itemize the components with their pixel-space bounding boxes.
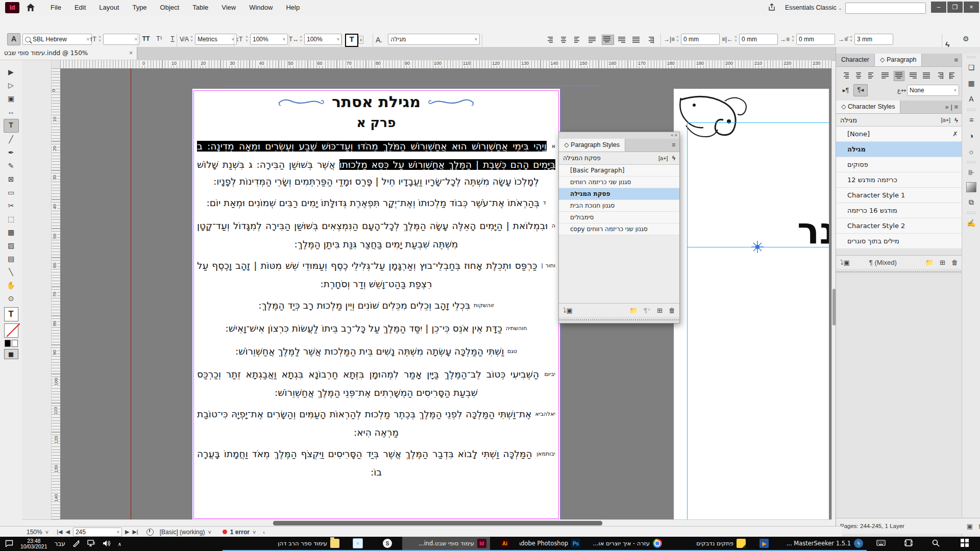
layers-panel-icon[interactable]: ⧉ xyxy=(965,195,978,209)
page-number-field[interactable]: 245˅ xyxy=(73,528,122,537)
align-button-1[interactable] xyxy=(854,71,863,81)
document-tab[interactable]: עימוד סופי שבט.indd @ 150% × xyxy=(0,47,137,60)
font-size-select[interactable]: ˅ xyxy=(103,34,140,45)
vertical-scale-select[interactable]: 100%˅ xyxy=(250,34,288,45)
scissors-tool[interactable]: ✂ xyxy=(4,199,18,212)
taskbar-s-app-button[interactable]: S xyxy=(373,537,402,551)
superscript-button[interactable]: T¹ xyxy=(153,33,165,44)
delete-style-icon[interactable]: 🗑 xyxy=(669,307,675,314)
vertical-ruler[interactable]: 0102030405060708090100110120130140 xyxy=(51,68,61,519)
first-page-button[interactable]: |◀ xyxy=(57,529,62,535)
delete-page-icon[interactable]: 🗑 xyxy=(978,522,980,530)
clear-overrides-icon[interactable]: ¶⁺ xyxy=(644,307,651,314)
align-button-0[interactable] xyxy=(841,71,850,81)
last-page-button[interactable]: ▶| xyxy=(132,529,138,535)
delete-style-icon[interactable]: 🗑 xyxy=(951,259,958,266)
network-icon[interactable] xyxy=(87,540,95,548)
align-button-7[interactable] xyxy=(646,36,657,45)
align-button-2[interactable] xyxy=(867,71,876,81)
last-line-indent-stepper[interactable]: ˄˅ xyxy=(848,34,854,45)
composer-style-select[interactable]: None˅ xyxy=(907,85,959,96)
align-button-6[interactable] xyxy=(922,71,931,81)
taskbar-touch-keyboard-button[interactable] xyxy=(867,537,895,551)
pen-tool[interactable]: ✒ xyxy=(4,146,18,159)
page-tool[interactable]: ▣ xyxy=(4,92,18,105)
apply-none-swatch[interactable] xyxy=(12,340,18,347)
character-styles-tab[interactable]: ◇ Character Styles xyxy=(836,101,900,113)
free-transform-tool[interactable]: ⬚ xyxy=(4,213,18,226)
menu-table[interactable]: Table xyxy=(186,0,215,15)
align-button-7[interactable] xyxy=(935,71,944,81)
home-icon[interactable] xyxy=(26,3,36,14)
zoom-tool[interactable]: ⊙ xyxy=(4,292,18,305)
align-panel-icon[interactable]: ⊪ xyxy=(965,166,978,179)
menu-view[interactable]: View xyxy=(215,0,242,15)
keyboard-language[interactable]: עבר xyxy=(55,540,65,547)
taskbar-photoshop-button[interactable]: Ps... Adobe Photoshop xyxy=(520,537,584,551)
align-button-4[interactable] xyxy=(894,71,904,81)
close-button[interactable]: × xyxy=(964,2,979,13)
character-style-select[interactable]: מגילה˅ xyxy=(388,34,480,45)
clock[interactable]: 23:48 10/03/2021 xyxy=(20,538,47,549)
gap-tool[interactable]: ↔ xyxy=(4,106,18,118)
paragraph-styles-tab[interactable]: ◇ Paragraph Styles xyxy=(559,139,625,152)
left-indent-stepper[interactable]: ˄˅ xyxy=(733,34,739,45)
maximize-button[interactable]: ❐ xyxy=(947,2,963,13)
taskbar-task-view-button[interactable] xyxy=(895,537,922,551)
right-indent-field[interactable]: 0 mm xyxy=(681,34,720,45)
font-family-select[interactable]: SBL Hebrew˅ xyxy=(22,34,92,45)
last-line-indent-field[interactable]: 3 mm xyxy=(854,34,893,45)
style-group-folder-icon[interactable]: 📁 xyxy=(925,259,934,266)
right-indent-stepper[interactable]: ˄˅ xyxy=(675,34,680,45)
align-button-5[interactable] xyxy=(617,36,628,45)
character-style-item[interactable]: מילים בתוך סוגרים xyxy=(836,234,962,249)
pencil-tool[interactable]: ✎ xyxy=(4,160,18,172)
all-caps-button[interactable]: TT xyxy=(140,33,152,44)
hand-tool[interactable]: ✋ xyxy=(4,279,18,292)
menu-type[interactable]: Type xyxy=(126,0,153,15)
paragraph-style-item[interactable]: סגנון שני כריזמה רווחים xyxy=(559,177,679,188)
menu-help[interactable]: Help xyxy=(279,0,306,15)
effects-panel-icon[interactable]: ☼ xyxy=(965,145,978,158)
horizontal-scrollbar[interactable] xyxy=(22,519,831,527)
expand-icons[interactable]: » | ≡ xyxy=(941,101,962,113)
left-indent-field[interactable]: 0 mm xyxy=(739,34,778,45)
color-panel-icon[interactable]: ◑ xyxy=(965,129,978,142)
align-button-4[interactable] xyxy=(602,35,614,45)
load-styles-icon[interactable]: ⤵▣ xyxy=(840,259,850,266)
panel-menu-icon[interactable]: ≡ xyxy=(668,139,679,152)
rtl-paragraph-direction-button[interactable]: ¶◂ xyxy=(853,84,868,96)
character-style-item[interactable]: [None]✗ xyxy=(836,127,962,142)
load-styles-icon[interactable]: ⤵▣ xyxy=(563,307,573,314)
share-icon[interactable] xyxy=(768,3,776,13)
screen-mode-button[interactable]: ▦ xyxy=(4,349,18,359)
gradient-tool[interactable]: ▩ xyxy=(4,226,18,239)
rectangle-tool[interactable]: ▭ xyxy=(4,186,18,199)
taskbar-chrome-button[interactable]: עזרה - איך יוצרים או... xyxy=(584,537,666,551)
character-style-item[interactable]: Character Style 1 xyxy=(836,188,962,203)
text-fill-proxy[interactable]: T xyxy=(4,307,18,321)
menu-file[interactable]: File xyxy=(44,0,68,15)
rectangle-frame-tool[interactable]: ⊠ xyxy=(4,173,18,186)
menu-layout[interactable]: Layout xyxy=(92,0,126,15)
first-line-indent-field[interactable]: 0 mm xyxy=(796,34,835,45)
swatches-panel-icon[interactable]: ▦ xyxy=(965,77,978,90)
story-text[interactable]: א וַיְהִי בִּימֵי אֲחַשְׁוֵרוֹשׁ הוּא אֲ… xyxy=(197,138,555,485)
spread-icon[interactable]: ▣ xyxy=(967,522,973,530)
error-count[interactable]: 1 error xyxy=(230,529,250,536)
error-dropdown-icon[interactable]: ˅ xyxy=(253,529,256,535)
preflight-profile[interactable]: [Basic] (working) xyxy=(160,529,205,536)
selection-tool[interactable]: ▶ xyxy=(4,66,18,79)
create-style-icon[interactable]: ⊞ xyxy=(940,259,945,266)
horizontal-scrollbar-thumb[interactable] xyxy=(273,521,602,525)
horizontal-ruler[interactable]: 0102030405060708090100110120130140150160… xyxy=(60,60,831,69)
workspace-switcher[interactable]: Essentials Classic ⌄ xyxy=(785,0,842,16)
vertical-scale-stepper[interactable]: ˄˅ xyxy=(244,34,250,45)
scripts-panel-icon[interactable]: ✍ xyxy=(965,216,978,230)
eyedropper-tool[interactable]: ╲ xyxy=(4,266,18,279)
gradient-panel-icon[interactable] xyxy=(966,182,976,192)
create-style-icon[interactable]: ⊞ xyxy=(657,307,663,314)
previous-page-button[interactable]: ◀ xyxy=(65,529,69,535)
align-button-8[interactable] xyxy=(948,71,958,81)
glyphs-panel-icon[interactable]: A xyxy=(965,92,978,106)
